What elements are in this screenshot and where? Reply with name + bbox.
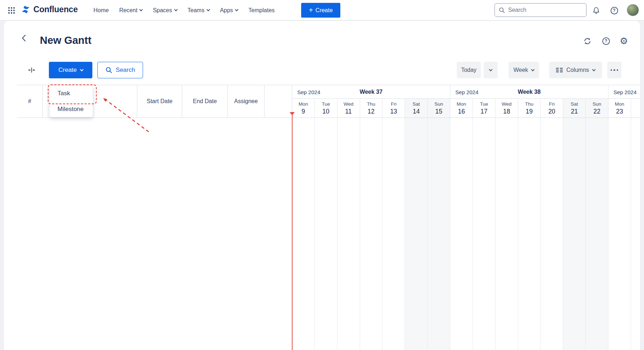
day-name: Wed: [502, 101, 512, 107]
create-dropdown-menu: Task Milestone: [50, 86, 93, 117]
chevron-down-icon: [139, 8, 143, 11]
confluence-logo-icon: [21, 5, 31, 14]
menu-item-milestone[interactable]: Milestone: [50, 101, 93, 117]
day-number: 19: [526, 108, 533, 115]
collapse-panel-button[interactable]: [25, 64, 38, 77]
timeline-week-row: Sep 2024 Week 37 Sep 2024 Week 38 Sep 20…: [292, 85, 641, 99]
timeline-day-column: [428, 118, 450, 350]
timeline-day-column: [540, 118, 563, 350]
chevron-down-icon: [531, 68, 535, 71]
global-search: [494, 3, 586, 17]
timeline-day-header: Thu19: [518, 99, 541, 118]
timeline-partial-column: [631, 118, 641, 350]
day-number: 17: [480, 108, 487, 115]
timeline-body-columns: [292, 118, 641, 350]
week-header: Sep 2024: [608, 85, 641, 98]
nav-item-apps[interactable]: Apps: [220, 7, 238, 14]
day-name: Wed: [344, 101, 354, 107]
day-name: Mon: [457, 101, 466, 107]
week-label: Week 37: [292, 89, 450, 95]
chevron-down-icon: [174, 8, 178, 11]
timeline-day-column: [563, 118, 586, 350]
timeline-day-header: Sun22: [586, 99, 608, 118]
timeline-header: Sep 2024 Week 37 Sep 2024 Week 38 Sep 20…: [292, 85, 641, 118]
day-name: Fri: [549, 101, 555, 107]
gantt-search-button[interactable]: Search: [97, 62, 143, 78]
day-name: Fri: [391, 101, 396, 107]
chevron-down-icon: [206, 8, 210, 11]
week-header: Sep 2024 Week 37: [292, 85, 450, 98]
menu-item-task[interactable]: Task: [50, 86, 93, 101]
week-label: Week 38: [450, 89, 608, 95]
chevron-down-icon: [592, 68, 596, 71]
page-card: New Gantt ? ⚙ Create Search: [4, 20, 640, 350]
search-icon: [105, 66, 112, 74]
column-header-assignee: Assignee: [228, 85, 264, 118]
notifications-button[interactable]: [591, 5, 602, 16]
day-number: 22: [593, 108, 600, 115]
zoom-level-button[interactable]: Week: [509, 62, 539, 78]
question-mark-icon: ?: [611, 7, 618, 14]
day-name: Sat: [571, 101, 578, 107]
back-button[interactable]: [18, 32, 31, 45]
timeline-day-column: [608, 118, 631, 350]
nav-item-templates[interactable]: Templates: [248, 7, 275, 14]
collapse-inward-icon: [28, 66, 36, 74]
settings-button[interactable]: ⚙: [617, 34, 630, 47]
refresh-button[interactable]: [581, 34, 594, 47]
day-name: Tue: [480, 101, 488, 107]
timeline-day-column: [586, 118, 608, 350]
timeline-day-header: Tue10: [315, 99, 337, 118]
timeline-day-column: [382, 118, 405, 350]
timeline-day-header: Mon23: [608, 99, 631, 118]
timeline-partial-column: [631, 99, 641, 118]
columns-button[interactable]: Columns: [549, 62, 602, 78]
day-number: 16: [458, 108, 465, 115]
week-header: Sep 2024 Week 38: [450, 85, 608, 98]
day-number: 23: [616, 108, 623, 115]
gantt-header: # Start Date End Date Assignee Sep 2024 …: [17, 85, 641, 118]
nav-item-recent[interactable]: Recent: [119, 7, 143, 14]
app-grid-icon: [8, 7, 15, 14]
day-name: Thu: [367, 101, 375, 107]
today-button[interactable]: Today: [457, 62, 481, 78]
timeline-day-column: [450, 118, 473, 350]
user-avatar[interactable]: [627, 4, 639, 16]
confluence-logo[interactable]: Confluence: [21, 5, 78, 14]
day-name: Sat: [413, 101, 420, 107]
gantt-help-button[interactable]: ?: [599, 34, 612, 47]
question-mark-icon: ?: [602, 37, 610, 45]
timeline-day-header: Thu12: [360, 99, 383, 118]
date-range-dropdown-button[interactable]: [484, 62, 498, 78]
more-options-button[interactable]: [607, 62, 621, 78]
timeline-day-column: [315, 118, 337, 350]
timeline-day-header: Mon9: [292, 99, 315, 118]
chevron-down-icon: [235, 8, 239, 11]
timeline-day-header: Fri13: [382, 99, 405, 118]
help-button[interactable]: ?: [609, 5, 620, 16]
column-header-number: #: [17, 85, 43, 118]
day-name: Mon: [615, 101, 624, 107]
top-navigation-bar: Confluence Home Recent Spaces Teams Apps…: [0, 0, 644, 20]
create-item-button[interactable]: Create: [49, 62, 92, 78]
timeline-day-row: Mon9Tue10Wed11Thu12Fri13Sat14Sun15Mon16T…: [292, 99, 641, 118]
column-header-actions: [264, 85, 292, 118]
day-name: Thu: [525, 101, 533, 107]
nav-item-home[interactable]: Home: [93, 7, 109, 14]
nav-item-teams[interactable]: Teams: [188, 7, 210, 14]
sync-icon: [583, 37, 592, 46]
chevron-left-icon: [20, 33, 28, 43]
timeline-day-column: [360, 118, 383, 350]
global-search-input[interactable]: [508, 7, 583, 13]
app-switcher-button[interactable]: [5, 4, 18, 17]
plus-icon: +: [309, 6, 313, 14]
global-create-button[interactable]: + Create: [301, 3, 340, 18]
day-number: 14: [413, 108, 419, 115]
confluence-wordmark: Confluence: [33, 5, 78, 14]
timeline-day-column: [292, 118, 315, 350]
day-name: Sun: [434, 101, 443, 107]
gear-icon: ⚙: [620, 36, 628, 46]
timeline-day-column: [337, 118, 360, 350]
day-name: Mon: [299, 101, 308, 107]
nav-item-spaces[interactable]: Spaces: [153, 7, 177, 14]
